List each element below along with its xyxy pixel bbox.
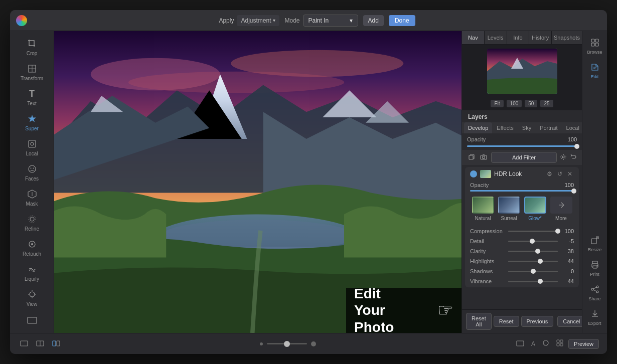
- nav-tab-snapshots[interactable]: Snapshots: [552, 31, 582, 44]
- zoom-25-button[interactable]: 25: [540, 100, 553, 107]
- hdr-preset-surreal[interactable]: Surreal: [498, 197, 520, 221]
- far-right-edit[interactable]: Edit: [583, 60, 606, 82]
- layer-tab-local[interactable]: Local: [562, 122, 582, 133]
- layers-header: Layers: [462, 110, 582, 122]
- tool-frame[interactable]: [15, 312, 50, 329]
- zoom-slider-track[interactable]: [267, 343, 307, 344]
- far-right-resize[interactable]: Resize: [583, 233, 606, 255]
- adj-slider-detail[interactable]: [508, 238, 558, 245]
- hdr-close-button[interactable]: ✕: [566, 170, 574, 178]
- tool-mask[interactable]: Mask: [15, 186, 50, 210]
- svg-point-21: [128, 72, 344, 93]
- bottom-text-icon[interactable]: A: [529, 338, 537, 349]
- layer-copy-button[interactable]: [467, 152, 476, 163]
- adj-val-highlights: 44: [560, 258, 574, 264]
- bottom-layout-icon[interactable]: [554, 337, 565, 350]
- adj-slider-vibrance[interactable]: [508, 278, 558, 285]
- layer-camera-button[interactable]: [479, 152, 488, 163]
- reset-button[interactable]: Reset: [494, 316, 519, 327]
- layer-tab-effects[interactable]: Effects: [493, 122, 517, 133]
- hdr-preset-glow-label: Glow*: [528, 216, 542, 221]
- far-right-export[interactable]: Export: [583, 306, 606, 329]
- adj-row-vibrance: Vibrance 44: [465, 276, 579, 286]
- zoom-dot-large: [311, 341, 316, 346]
- tool-view[interactable]: View: [15, 286, 50, 310]
- edit-icon: [590, 63, 599, 73]
- hdr-opacity-value: 100: [565, 182, 574, 188]
- tool-super[interactable]: Super: [15, 110, 50, 134]
- adjustment-dropdown[interactable]: Adjustment ▾: [237, 15, 279, 26]
- far-right-print[interactable]: Print: [583, 257, 606, 280]
- bottom-grid-icon[interactable]: [50, 338, 62, 350]
- done-button-top[interactable]: Done: [389, 15, 415, 26]
- tool-text[interactable]: T Text: [15, 85, 50, 109]
- hdr-settings-button[interactable]: ⚙: [545, 170, 554, 178]
- add-filter-button[interactable]: Add Filter: [491, 152, 557, 163]
- tool-liquify[interactable]: Liquify: [15, 261, 50, 285]
- nav-tabs: Nav Levels Info History Snapshots: [462, 31, 582, 45]
- bottom-frame2-icon[interactable]: [514, 338, 526, 350]
- hdr-toggle[interactable]: [470, 170, 477, 177]
- adj-thumb-highlights: [538, 259, 543, 264]
- export-icon: [590, 309, 599, 320]
- nav-tab-info[interactable]: Info: [507, 31, 530, 44]
- tool-retouch[interactable]: Retouch: [15, 236, 50, 260]
- tool-faces[interactable]: Faces: [15, 160, 50, 185]
- add-button[interactable]: Add: [363, 15, 384, 26]
- bottom-circle-icon[interactable]: [540, 337, 551, 350]
- zoom-fit-button[interactable]: Fit: [491, 100, 503, 107]
- adj-thumb-compression: [555, 229, 560, 234]
- hdr-preset-more-thumb: [550, 197, 572, 214]
- reset-all-button[interactable]: Reset All: [466, 313, 492, 330]
- adj-thumb-detail: [530, 239, 535, 244]
- svg-point-2: [29, 165, 36, 172]
- nav-tab-nav[interactable]: Nav: [462, 31, 485, 44]
- bottom-frame-icon[interactable]: [18, 338, 30, 350]
- hdr-preset-natural[interactable]: Natural: [472, 197, 494, 221]
- resize-icon: [590, 236, 599, 246]
- layer-tab-develop[interactable]: Develop: [464, 122, 492, 133]
- bottom-actions: Reset All Reset Previous Cancel Done: [462, 309, 582, 333]
- svg-rect-36: [469, 155, 473, 159]
- adj-slider-highlights[interactable]: [508, 258, 558, 265]
- browse-label: Browse: [587, 50, 602, 55]
- adj-label-vibrance: Vibrance: [470, 278, 506, 284]
- adj-row-shadows: Shadows 0: [465, 266, 579, 276]
- zoom-100-button[interactable]: 100: [507, 100, 522, 107]
- adj-label-shadows: Shadows: [470, 268, 506, 274]
- zoom-50-button[interactable]: 50: [525, 100, 537, 107]
- svg-rect-0: [29, 140, 36, 147]
- previous-button[interactable]: Previous: [521, 316, 554, 327]
- preview-button[interactable]: Preview: [568, 339, 599, 349]
- nav-tab-history[interactable]: History: [529, 31, 552, 44]
- hdr-preset-more[interactable]: More: [550, 197, 572, 221]
- layer-settings-button[interactable]: [560, 153, 567, 162]
- adj-track-clarity: [508, 251, 558, 252]
- tool-refine[interactable]: Refine: [15, 211, 50, 235]
- far-right-browse[interactable]: Browse: [583, 35, 606, 58]
- nav-thumbnail: [487, 49, 557, 94]
- layer-tab-portrait[interactable]: Portrait: [536, 122, 561, 133]
- hdr-preset-glow[interactable]: Glow*: [524, 197, 546, 221]
- nav-tab-levels[interactable]: Levels: [485, 31, 507, 44]
- hdr-opacity-slider[interactable]: [470, 190, 574, 192]
- landscape-svg: [54, 31, 461, 333]
- adj-slider-compression[interactable]: [508, 228, 558, 235]
- tool-local[interactable]: Local: [15, 135, 50, 159]
- bottom-split-icon[interactable]: [34, 338, 46, 350]
- adj-track-vibrance: [508, 281, 558, 282]
- tool-transform[interactable]: Transform: [15, 60, 50, 84]
- tool-crop[interactable]: Crop: [15, 35, 50, 59]
- far-right-share[interactable]: Share: [583, 282, 606, 304]
- mask-label: Mask: [26, 201, 38, 207]
- undo-button[interactable]: [570, 153, 577, 162]
- adj-slider-shadows[interactable]: [508, 268, 558, 275]
- mode-dropdown[interactable]: Paint In ▾: [303, 15, 358, 27]
- adj-label-detail: Detail: [470, 238, 506, 244]
- opacity-slider-track[interactable]: [467, 145, 577, 147]
- layer-tab-sky[interactable]: Sky: [518, 122, 535, 133]
- hdr-preset-glow-thumb: [524, 197, 546, 214]
- hdr-undo-button[interactable]: ↺: [556, 170, 564, 178]
- super-icon: [27, 113, 38, 124]
- adj-slider-clarity[interactable]: [508, 248, 558, 255]
